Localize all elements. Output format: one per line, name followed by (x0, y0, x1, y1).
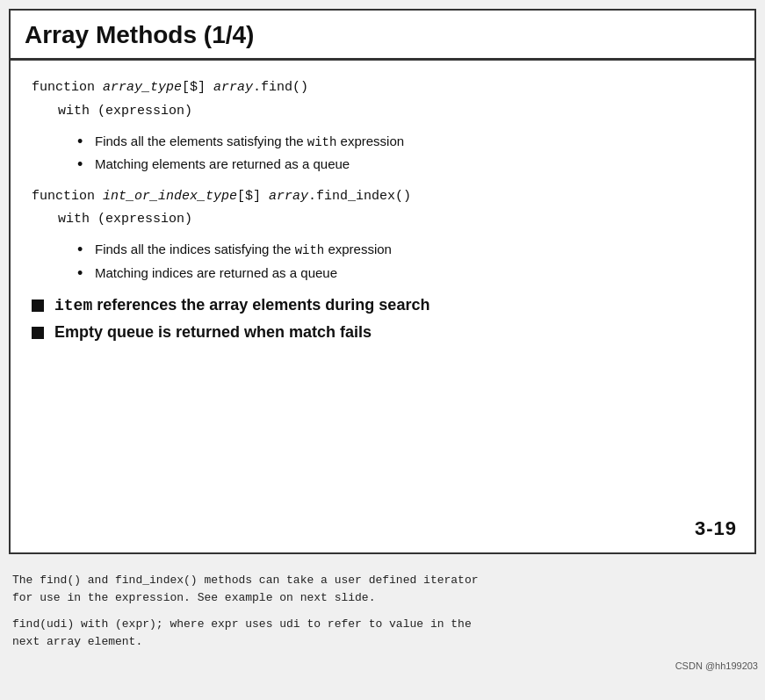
bold-bullet-1: item references the array elements durin… (32, 296, 733, 314)
code-function2-italic: int_or_index_type (103, 189, 237, 204)
watermark: CSDN @hh199203 (0, 660, 765, 675)
slide-number: 3-19 (695, 517, 737, 540)
item-code: item (54, 297, 92, 314)
code-function2-bracket: [$] (237, 189, 269, 204)
code-function2-text: function (32, 189, 103, 204)
slide-title: Array Methods (1/4) (11, 11, 754, 61)
slide-container: Array Methods (1/4) function array_type[… (9, 9, 756, 554)
code-function2-italic2: array (269, 189, 308, 204)
bullet-list-1-item-2: Matching elements are returned as a queu… (77, 154, 733, 175)
notes-line4: find(udi) with (expr); where expr uses u… (12, 616, 753, 633)
bullet-list-2-item-1: Finds all the indices satisfying the wit… (77, 239, 733, 260)
bullet-list-1: Finds all the elements satisfying the wi… (77, 131, 733, 175)
notes-line5: next array element. (12, 633, 753, 651)
bold-bullet-1-text: item references the array elements durin… (54, 296, 429, 314)
code-function1-italic: array_type (103, 80, 182, 95)
notes-line3 (12, 607, 753, 616)
square-icon-2 (32, 327, 44, 339)
with-code-1: with (307, 135, 337, 149)
notes-area: The find() and find_index() methods can … (0, 563, 765, 660)
code-function1-italic2: array (213, 80, 253, 95)
code-function2: function int_or_index_type[$] array.find… (32, 187, 733, 207)
code-indent1: with (expression) (58, 104, 733, 119)
slide-body: function array_type[$] array.find() with… (11, 61, 754, 552)
bullet-list-1-item-1: Finds all the elements satisfying the wi… (77, 131, 733, 152)
bullet-list-2-item-2: Matching indices are returned as a queue (77, 263, 733, 284)
code-function2-method: .find_index() (308, 189, 411, 204)
notes-line2: for use in the expression. See example o… (12, 589, 753, 607)
code-function1-method: .find() (253, 80, 308, 95)
square-icon-1 (32, 299, 44, 312)
code-function1: function array_type[$] array.find() (32, 78, 733, 98)
code-function1-bracket: [$] (182, 80, 213, 95)
code-indent2: with (expression) (58, 212, 733, 227)
notes-line1: The find() and find_index() methods can … (12, 572, 753, 589)
with-code-2: with (295, 243, 325, 257)
code-function1-text: function (32, 80, 103, 95)
bold-bullet-2: Empty queue is returned when match fails (32, 323, 733, 342)
bold-bullet-2-text: Empty queue is returned when match fails (54, 323, 372, 342)
bullet-list-2: Finds all the indices satisfying the wit… (77, 239, 733, 283)
